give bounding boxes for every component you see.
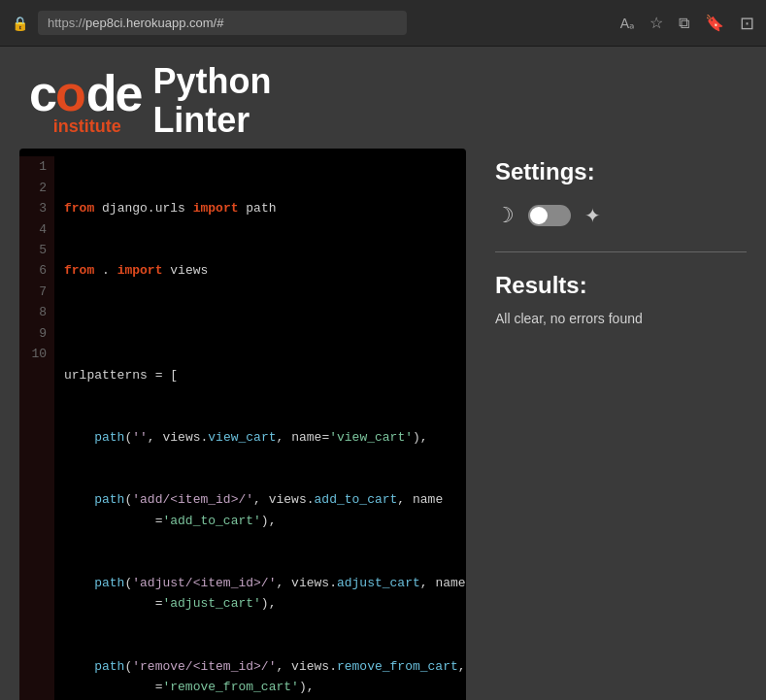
theme-toggle[interactable] <box>528 205 571 226</box>
divider <box>495 251 747 252</box>
line-num-9: 9 <box>27 323 47 344</box>
line-num-4: 4 <box>27 219 47 240</box>
code-line-7: path('adjust/<item_id>/', views.adjust_c… <box>64 573 466 615</box>
results-title: Results: <box>495 272 747 299</box>
settings-title: Settings: <box>495 158 747 185</box>
line-num-3: 3 <box>27 198 47 218</box>
code-lines[interactable]: from django.urls import path from . impo… <box>54 156 466 700</box>
page-content: c o de institute Python Linter 1 2 3 4 <box>0 47 766 700</box>
moon-icon: ☽ <box>495 203 515 228</box>
code-editor[interactable]: 1 2 3 4 5 6 7 8 9 10 from django.urls im… <box>19 149 466 700</box>
line-num-8: 8 <box>27 302 47 322</box>
toggle-knob <box>530 207 548 224</box>
code-line-2: from . import views <box>64 260 466 281</box>
logo-python-linter: Python Linter <box>152 62 271 139</box>
results-text: All clear, no errors found <box>495 311 747 326</box>
url-https: https:// <box>48 16 85 30</box>
browser-icons: Aₐ ☆ ⧉ 🔖 ⊡ <box>620 13 754 34</box>
code-line-5: path('', views.view_cart, name='view_car… <box>64 427 466 448</box>
logo-o: o <box>55 64 86 122</box>
star-icon[interactable]: ☆ <box>649 14 663 32</box>
line-num-5: 5 <box>27 240 47 260</box>
logo-de: de <box>86 68 142 118</box>
download-icon[interactable]: ⊡ <box>740 13 754 34</box>
logo-code-block: c o de institute <box>29 64 141 137</box>
code-content: 1 2 3 4 5 6 7 8 9 10 from django.urls im… <box>19 149 466 700</box>
theme-toggle-row: ☽ ✦ <box>495 203 747 228</box>
url-host: pep8ci.herokuapp.com/# <box>85 16 223 30</box>
font-size-icon[interactable]: Aₐ <box>620 16 634 31</box>
address-bar[interactable]: https://pep8ci.herokuapp.com/# <box>38 11 407 35</box>
code-line-6: path('add/<item_id>/', views.add_to_cart… <box>64 489 466 531</box>
code-line-4: urlpatterns = [ <box>64 365 466 385</box>
browser-bar: 🔒 https://pep8ci.herokuapp.com/# Aₐ ☆ ⧉ … <box>0 0 766 47</box>
logo: c o de institute Python Linter <box>29 62 271 139</box>
lock-icon: 🔒 <box>12 16 28 31</box>
line-num-1: 1 <box>27 156 47 177</box>
line-num-2: 2 <box>27 178 47 198</box>
sun-icon: ✦ <box>584 204 601 227</box>
tab-icon[interactable]: ⧉ <box>679 15 689 32</box>
logo-c: c <box>29 68 55 118</box>
line-num-7: 7 <box>27 282 47 302</box>
logo-code-text: c o de <box>29 64 141 122</box>
settings-panel: Settings: ☽ ✦ Results: All clear, no err… <box>485 149 747 700</box>
line-num-10: 10 <box>27 344 47 364</box>
logo-linter: Linter <box>152 101 271 140</box>
line-num-6: 6 <box>27 260 47 281</box>
page-header: c o de institute Python Linter <box>0 47 766 149</box>
logo-python: Python <box>152 62 271 101</box>
main-area: 1 2 3 4 5 6 7 8 9 10 from django.urls im… <box>0 149 766 700</box>
code-line-8: path('remove/<item_id>/', views.remove_f… <box>64 656 466 698</box>
bookmark-icon[interactable]: 🔖 <box>705 14 724 32</box>
code-line-1: from django.urls import path <box>64 198 466 218</box>
line-numbers: 1 2 3 4 5 6 7 8 9 10 <box>19 156 54 700</box>
